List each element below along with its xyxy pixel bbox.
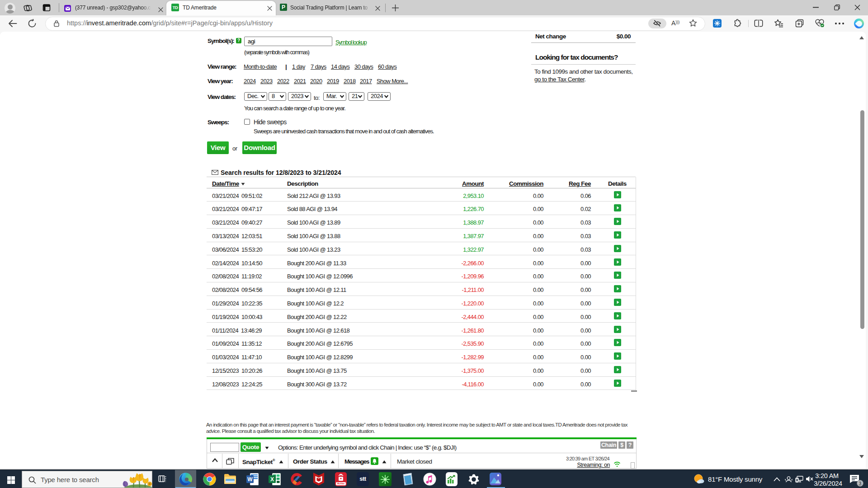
svg-text:McAfee: McAfee — [337, 483, 345, 485]
svg-text:X: X — [270, 476, 274, 483]
svg-text:W: W — [247, 476, 253, 483]
